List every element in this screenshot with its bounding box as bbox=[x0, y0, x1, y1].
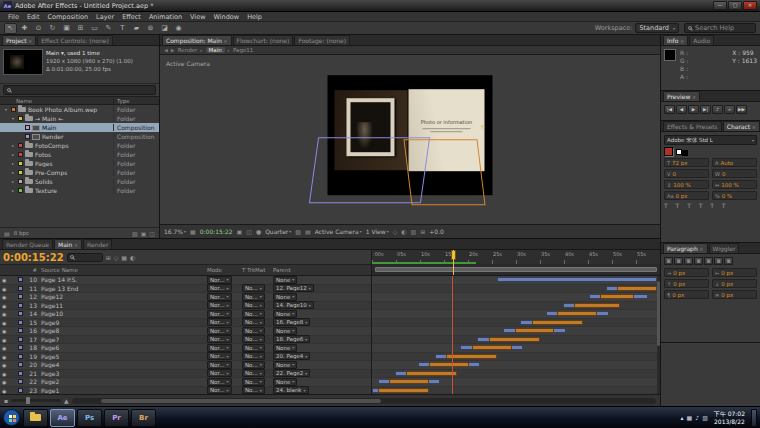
parent-select[interactable]: 24. blank bbox=[273, 386, 309, 394]
timeline-zoom-slider[interactable] bbox=[11, 399, 61, 402]
layer-color-swatch[interactable] bbox=[18, 337, 23, 342]
label-swatch[interactable] bbox=[11, 107, 16, 112]
project-item[interactable]: RenderComposition bbox=[0, 132, 159, 141]
align-button[interactable] bbox=[714, 257, 723, 265]
layer-duration-bar[interactable] bbox=[429, 362, 469, 367]
new-folder-icon[interactable]: ▧ bbox=[132, 230, 138, 237]
layer-track[interactable] bbox=[372, 302, 657, 311]
trkmat-select[interactable]: No... bbox=[242, 386, 265, 394]
hidden-icons-chevron-icon[interactable]: ▴ bbox=[681, 414, 684, 421]
trkmat-select[interactable]: No... bbox=[242, 301, 265, 309]
after-effects-taskbar-button[interactable]: Ae bbox=[50, 409, 75, 427]
layer-color-swatch[interactable] bbox=[18, 388, 23, 393]
layer-duration-bar[interactable] bbox=[446, 354, 497, 359]
project-item[interactable]: ▸TextureFolder bbox=[0, 186, 159, 195]
fast-preview-icon[interactable]: ◐ bbox=[401, 228, 406, 235]
layer-row[interactable]: ◉10Page 14 P.S.Nor...None bbox=[0, 276, 657, 285]
parent-select[interactable]: None bbox=[273, 378, 297, 386]
layer-name[interactable]: Page4 bbox=[39, 361, 151, 368]
close-button[interactable]: ✕ bbox=[743, 1, 757, 10]
layer-color-swatch[interactable] bbox=[18, 354, 23, 359]
back-arrow-icon[interactable]: ◀ bbox=[164, 47, 168, 53]
ram-preview-button[interactable]: ▶▶ bbox=[736, 105, 747, 114]
project-item[interactable]: ▾Book Photo Album.wepFolder bbox=[0, 105, 159, 114]
layer-color-swatch[interactable] bbox=[18, 303, 23, 308]
layer-track[interactable] bbox=[372, 293, 657, 302]
layer-duration-bar[interactable] bbox=[532, 320, 583, 325]
selection-tool-icon[interactable]: ↖ bbox=[4, 23, 17, 34]
view-layout-select[interactable]: 1 View bbox=[366, 228, 389, 235]
parent-select[interactable]: None bbox=[273, 276, 297, 284]
show-snapshot-icon[interactable]: ◫ bbox=[246, 228, 252, 235]
menu-window[interactable]: Window bbox=[210, 13, 244, 21]
layer-row[interactable]: ◉18Page6Nor...No...None bbox=[0, 344, 657, 353]
label-swatch[interactable] bbox=[18, 188, 23, 193]
camera-select[interactable]: Active Camera bbox=[315, 228, 362, 235]
start-button[interactable] bbox=[3, 409, 20, 426]
layer-row[interactable]: ◉14Page10Nor...No...None bbox=[0, 310, 657, 319]
label-swatch[interactable] bbox=[18, 152, 23, 157]
layer-color-swatch[interactable] bbox=[18, 371, 23, 376]
layer-name[interactable]: Page9 bbox=[39, 319, 151, 326]
grid-guides-icon[interactable]: ▦ bbox=[190, 228, 196, 235]
timeline-tab-render[interactable]: Render bbox=[83, 239, 112, 249]
layer-track[interactable] bbox=[372, 387, 657, 395]
video-eye-icon[interactable]: ◉ bbox=[2, 320, 6, 326]
layer-track[interactable] bbox=[372, 344, 657, 353]
trkmat-select[interactable]: No... bbox=[242, 293, 265, 301]
layer-color-swatch[interactable] bbox=[18, 277, 23, 282]
paragraph-tab-paragraph[interactable]: Paragraph bbox=[663, 243, 708, 253]
video-eye-icon[interactable]: ◉ bbox=[2, 286, 6, 292]
video-eye-icon[interactable]: ◉ bbox=[2, 337, 6, 343]
video-eye-icon[interactable]: ◉ bbox=[2, 328, 6, 334]
scrollbar-thumb[interactable] bbox=[657, 281, 660, 346]
layer-name[interactable]: Page7 bbox=[39, 336, 151, 343]
project-tab-effect-controls-none-[interactable]: Effect Controls: (none) bbox=[37, 35, 113, 45]
resolution-select[interactable]: Quarter bbox=[265, 228, 291, 235]
parent-select[interactable]: 12. Page12 bbox=[273, 284, 314, 292]
label-swatch[interactable] bbox=[18, 143, 23, 148]
project-tab-project[interactable]: Project bbox=[2, 35, 36, 45]
layer-duration-bar[interactable] bbox=[497, 277, 657, 282]
label-swatch[interactable] bbox=[18, 179, 23, 184]
layer-row[interactable]: ◉20Page4Nor...No...None bbox=[0, 361, 657, 370]
layer-row[interactable]: ◉22Page2Nor...No...None bbox=[0, 378, 657, 387]
character-tab-charact[interactable]: Charact bbox=[723, 121, 760, 131]
parent-select[interactable]: None bbox=[273, 344, 297, 352]
hand-tool-icon[interactable]: ✚ bbox=[18, 23, 31, 34]
column-source-name[interactable]: Source Name bbox=[39, 267, 151, 273]
mode-select[interactable]: Nor... bbox=[207, 310, 232, 318]
breadcrumb-page11[interactable]: Page11 bbox=[233, 47, 253, 53]
premiere-taskbar-button[interactable]: Pr bbox=[104, 409, 129, 427]
trkmat-select[interactable]: No... bbox=[242, 310, 265, 318]
menu-layer[interactable]: Layer bbox=[92, 13, 118, 21]
layer-track[interactable] bbox=[372, 378, 657, 387]
label-swatch[interactable] bbox=[18, 161, 23, 166]
character-field[interactable]: AAuto bbox=[712, 158, 757, 167]
black-swatch[interactable] bbox=[682, 150, 688, 156]
viewer-tab-footage-none-[interactable]: Footage: (none) bbox=[294, 35, 350, 45]
timeline-tab-main[interactable]: Main bbox=[54, 239, 82, 249]
zoom-out-icon[interactable]: ▪ bbox=[4, 397, 8, 404]
layer-row[interactable]: ◉13Page11Nor...No...14. Page10 bbox=[0, 302, 657, 311]
layer-row[interactable]: ◉15Page9Nor...No...16. Page8 bbox=[0, 319, 657, 328]
trkmat-select[interactable]: No... bbox=[242, 352, 265, 360]
network-icon[interactable]: ▦ bbox=[687, 414, 693, 421]
layer-track[interactable] bbox=[372, 285, 657, 294]
layer-row[interactable]: ◉23Page1Nor...No...24. blank bbox=[0, 387, 657, 395]
pixel-aspect-icon[interactable]: ◇ bbox=[393, 228, 398, 235]
align-button[interactable] bbox=[694, 257, 703, 265]
video-eye-icon[interactable]: ◉ bbox=[2, 388, 6, 394]
new-composition-icon[interactable]: ▣ bbox=[141, 230, 147, 237]
magnification-select[interactable]: 16.7% bbox=[164, 228, 186, 235]
project-item[interactable]: ▸FotoCompsFolder bbox=[0, 141, 159, 150]
play-button[interactable]: ▶ bbox=[688, 105, 699, 114]
preview-tab-preview[interactable]: Preview bbox=[663, 91, 700, 101]
audio-toggle-button[interactable]: ♪ bbox=[712, 105, 723, 114]
layer-color-swatch[interactable] bbox=[18, 345, 23, 350]
video-eye-icon[interactable]: ◉ bbox=[2, 303, 6, 309]
layer-track[interactable] bbox=[372, 361, 657, 370]
label-swatch[interactable] bbox=[18, 170, 23, 175]
video-eye-icon[interactable]: ◉ bbox=[2, 294, 6, 300]
character-field[interactable]: ↔100 % bbox=[712, 180, 757, 189]
